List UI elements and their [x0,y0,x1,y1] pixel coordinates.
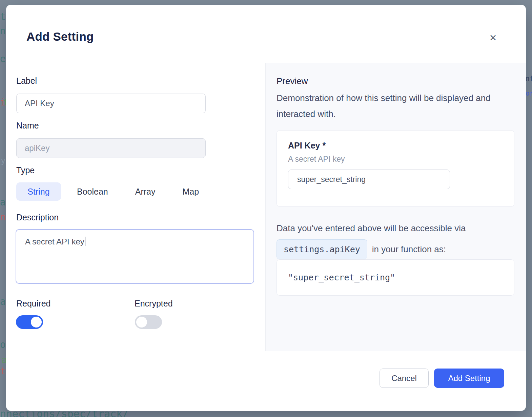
required-toggle[interactable] [16,315,43,329]
preview-panel: Preview Demonstration of how this settin… [265,63,526,351]
preview-description: Demonstration of how this setting will b… [277,90,504,122]
output-code-value: "super_secret_string" [288,273,395,282]
access-text-after: in your function as: [372,241,446,257]
output-code-card: "super_secret_string" [277,259,514,296]
add-setting-button[interactable]: Add Setting [434,369,504,388]
preview-heading: Preview [277,76,308,86]
name-field-label: Name [16,121,39,131]
close-icon: ✕ [489,33,497,43]
description-field-label: Description [16,213,59,222]
close-button[interactable]: ✕ [486,31,500,45]
type-tab-string[interactable]: String [16,182,61,201]
toggle-knob [136,317,147,327]
name-input-value: apiKey [25,143,49,153]
background-code-fragment: y [1,157,5,165]
type-tab-boolean[interactable]: Boolean [66,182,119,201]
label-input-value: API Key [25,99,54,108]
type-tab-array[interactable]: Array [124,182,167,201]
encrypted-label: Encrypted [135,299,173,309]
label-input[interactable]: API Key [16,94,206,113]
encrypted-toggle[interactable] [135,315,162,329]
preview-setting-input[interactable]: super_secret_string [288,170,450,189]
toggle-knob [31,317,42,327]
description-value: A secret API key [25,237,84,246]
description-textarea[interactable]: A secret API key [16,229,254,284]
access-text-before: Data you've entered above will be access… [277,220,466,236]
preview-setting-title: API Key * [288,141,503,151]
preview-setting-subtitle: A secret API key [288,155,503,164]
access-info: Data you've entered above will be access… [277,220,466,259]
dialog-title: Add Setting [26,30,94,43]
text-cursor [85,237,85,246]
name-input: apiKey [16,138,206,158]
settings-key-chip: settings.apiKey [277,239,367,259]
required-label: Required [16,299,50,309]
type-field-label: Type [16,165,35,175]
type-selector: String Boolean Array Map [16,182,210,201]
preview-setting-card: API Key * A secret API key super_secret_… [277,130,514,207]
add-setting-dialog: Add Setting ✕ Label API Key Name apiKey … [6,5,526,411]
label-field-label: Label [16,76,37,86]
background-code-fragment: nf [526,75,532,82]
type-tab-map[interactable]: Map [171,182,210,201]
cancel-button[interactable]: Cancel [380,369,429,388]
background-code-fragment: or [526,90,532,97]
preview-setting-input-value: super_secret_string [297,175,366,184]
background-code-fragment: t [0,12,6,22]
